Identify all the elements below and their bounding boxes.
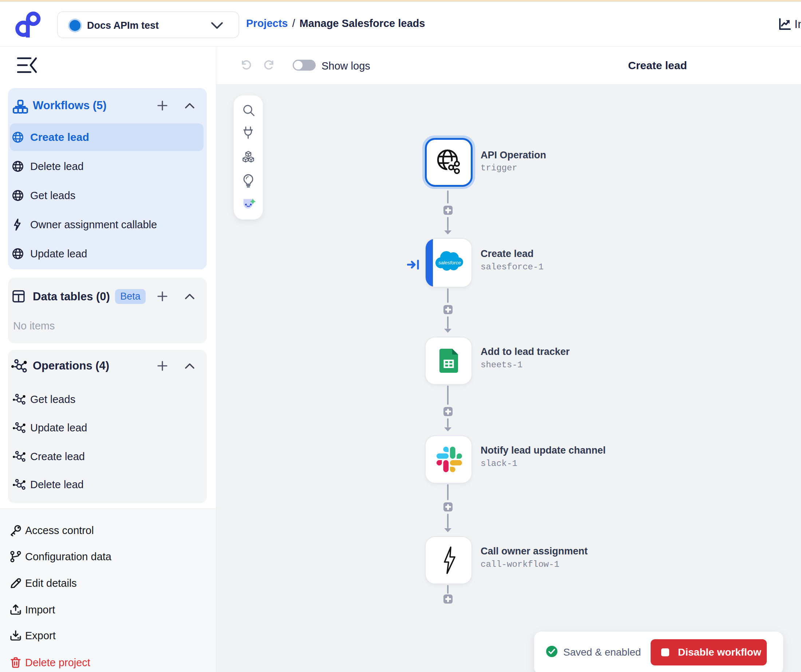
svg-text:salesforce: salesforce [438,260,461,265]
